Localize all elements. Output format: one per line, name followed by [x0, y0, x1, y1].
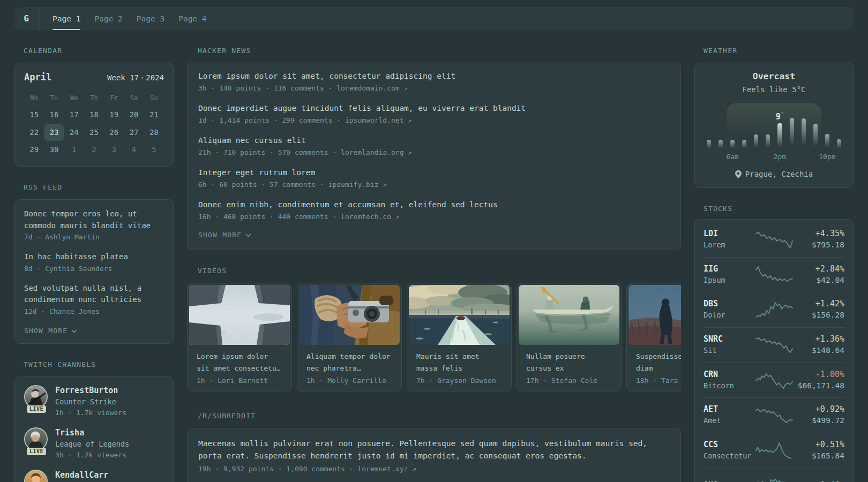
calendar-month: April [24, 72, 51, 82]
stock-row[interactable]: DBS Dolor +1.42% $156.28 [704, 292, 844, 327]
tab-page-1[interactable]: Page 1 [53, 7, 80, 30]
weekday-header: Tu [44, 93, 64, 106]
channel-name[interactable]: KendallCarr [55, 470, 108, 481]
calendar-day[interactable]: 19 [104, 106, 124, 124]
time-axis: 6am 2pm 10pm [707, 149, 841, 161]
video-meta: 1h · Lori Barnett [197, 376, 282, 385]
external-link-icon[interactable]: ↗ [412, 465, 416, 473]
middle-column: HACKER NEWS Lorem ipsum dolor sit amet, … [187, 47, 681, 482]
calendar-day-today[interactable]: 23 [44, 124, 64, 141]
video-card[interactable]: Aliquam tempor dolor nec pharetra… 1h · … [297, 283, 402, 391]
calendar-grid: Mo Tu We Th Fr Sa Su 15 16 17 18 19 20 2… [24, 93, 164, 159]
stock-price: $499.72 [794, 415, 844, 426]
stock-row[interactable]: AET Amet +0.92% $499.72 [704, 397, 844, 433]
stock-change: +4.35% [794, 228, 844, 239]
weekday-header: Fr [104, 93, 124, 106]
tab-page-3[interactable]: Page 3 [137, 7, 164, 30]
hn-item-title[interactable]: Donec imperdiet augue tincidunt felis al… [198, 102, 670, 114]
stock-price: $148.64 [794, 345, 844, 356]
external-link-icon[interactable]: ↗ [395, 213, 399, 221]
external-link-icon[interactable]: ↗ [408, 117, 411, 124]
subreddit-post-meta: 19h · 9,932 points · 1,090 comments · lo… [198, 464, 670, 475]
stock-row[interactable]: AHS +0.46% [704, 468, 844, 482]
calendar-day[interactable]: 25 [84, 124, 104, 141]
calendar-day[interactable]: 4 [124, 141, 144, 159]
video-card[interactable]: Nullam posuere cursus ex 17h · Stefan Co… [517, 283, 622, 391]
subreddit-post-title[interactable]: Maecenas mollis pulvinar erat non posuer… [198, 438, 670, 462]
stock-symbol: IIG [704, 263, 755, 275]
calendar-day[interactable]: 21 [144, 106, 164, 124]
weather-location[interactable]: Prague, Czechia [707, 170, 841, 178]
calendar-day[interactable]: 28 [144, 124, 164, 141]
external-link-icon[interactable]: ↗ [383, 181, 386, 189]
video-card[interactable]: Lorem ipsum dolor sit amet consectetu… 1… [187, 283, 292, 391]
video-title[interactable]: Lorem ipsum dolor sit amet consectetu… [197, 351, 282, 374]
hn-item-title[interactable]: Aliquam nec cursus elit [198, 134, 670, 146]
app-logo[interactable]: G [14, 7, 39, 30]
hn-show-more-button[interactable]: SHOW MORE [198, 231, 670, 250]
stock-name: Bitcorn [704, 380, 755, 391]
calendar-day[interactable]: 22 [24, 124, 44, 141]
calendar-day[interactable]: 24 [64, 124, 84, 141]
calendar-day[interactable]: 29 [24, 141, 44, 159]
calendar-day[interactable]: 18 [84, 106, 104, 124]
stock-symbol: LDI [704, 228, 755, 239]
hn-item-title[interactable]: Lorem ipsum dolor sit amet, consectetur … [198, 70, 670, 82]
hn-item-title[interactable]: Integer eget rutrum lorem [198, 167, 670, 178]
calendar-day[interactable]: 5 [144, 141, 164, 159]
thumbnail-memorial-sky [189, 285, 290, 345]
stock-row[interactable]: IIG Ipsum +2.84% $42.04 [704, 257, 844, 292]
video-card[interactable]: Suspendisse molestie diam 18h · Tara Fre… [626, 283, 681, 391]
video-title[interactable]: Nullam posuere cursus ex [526, 351, 612, 374]
hn-item: Donec enim nibh, condimentum et accumsan… [198, 199, 670, 222]
calendar-day[interactable]: 2 [84, 141, 104, 159]
video-card[interactable]: Mauris sit amet massa felis 7h · Grayson… [407, 283, 512, 391]
rss-item-title[interactable]: Donec tempor eros leo, ut commodo mauris… [24, 208, 164, 231]
stock-price: $795.18 [794, 239, 844, 251]
stock-row[interactable]: CCS Consectetur +0.51% $165.84 [704, 433, 844, 468]
external-link-icon[interactable]: ↗ [408, 149, 411, 156]
rss-widget: RSS FEED Donec tempor eros leo, ut commo… [14, 183, 174, 344]
rss-show-more-button[interactable]: SHOW MORE [24, 326, 164, 340]
calendar-day[interactable]: 20 [124, 106, 144, 124]
stock-row[interactable]: SNRC Sit +1.36% $148.64 [704, 327, 844, 363]
calendar-day[interactable]: 16 [44, 106, 64, 124]
video-title[interactable]: Suspendisse molestie diam [636, 351, 681, 374]
twitch-channel[interactable]: LIVE ForrestBurton Counter-Strike 1h · 1… [24, 385, 164, 418]
calendar-day[interactable]: 15 [24, 106, 44, 124]
weekday-header: We [64, 93, 84, 106]
channel-game: Counter-Strike [55, 396, 126, 408]
weather-chart: 9° [707, 101, 841, 149]
video-title[interactable]: Mauris sit amet massa felis [416, 351, 502, 374]
rss-item-title[interactable]: Sed volutpat nulla nisl, a condimentum n… [24, 283, 164, 306]
calendar-day[interactable]: 26 [104, 124, 124, 141]
calendar-day[interactable]: 17 [64, 106, 84, 124]
calendar-day[interactable]: 1 [64, 141, 84, 159]
stock-sparkline [755, 371, 794, 389]
video-thumbnail [299, 285, 400, 345]
calendar-day[interactable]: 3 [104, 141, 124, 159]
external-link-icon[interactable]: ↗ [404, 85, 408, 92]
calendar-week-year: Week 17•2024 [107, 73, 164, 82]
video-title[interactable]: Aliquam tempor dolor nec pharetra… [306, 351, 392, 374]
rss-item-title[interactable]: In hac habitasse platea [24, 251, 164, 263]
calendar-day[interactable]: 27 [124, 124, 144, 141]
channel-name[interactable]: Trisha [55, 427, 129, 439]
tab-page-2[interactable]: Page 2 [94, 7, 122, 30]
tab-page-4[interactable]: Page 4 [178, 7, 206, 30]
twitch-channel[interactable]: LIVE KendallCarr [24, 470, 164, 482]
calendar-year: 2024 [146, 73, 164, 82]
calendar-widget-label: CALENDAR [24, 47, 174, 55]
calendar-day[interactable]: 30 [44, 141, 64, 159]
stock-row[interactable]: CRN Bitcorn -1.00% $66,171.48 [704, 362, 844, 397]
channel-name[interactable]: ForrestBurton [55, 385, 126, 396]
video-meta: 7h · Grayson Dawson [416, 376, 502, 385]
stock-change: -1.00% [794, 369, 844, 380]
hn-item-title[interactable]: Donec enim nibh, condimentum et accumsan… [198, 199, 670, 210]
hackernews-widget: HACKER NEWS Lorem ipsum dolor sit amet, … [187, 47, 681, 250]
stock-row[interactable]: LDI Lorem +4.35% $795.18 [704, 222, 844, 257]
location-pin-icon [735, 170, 742, 178]
twitch-channel[interactable]: LIVE Trisha League of Legends 3h · 1.2k … [24, 427, 164, 461]
right-column: WEATHER Overcast Feels like 5°C 9° 6am 2… [694, 47, 854, 482]
weather-widget: WEATHER Overcast Feels like 5°C 9° 6am 2… [694, 47, 854, 188]
